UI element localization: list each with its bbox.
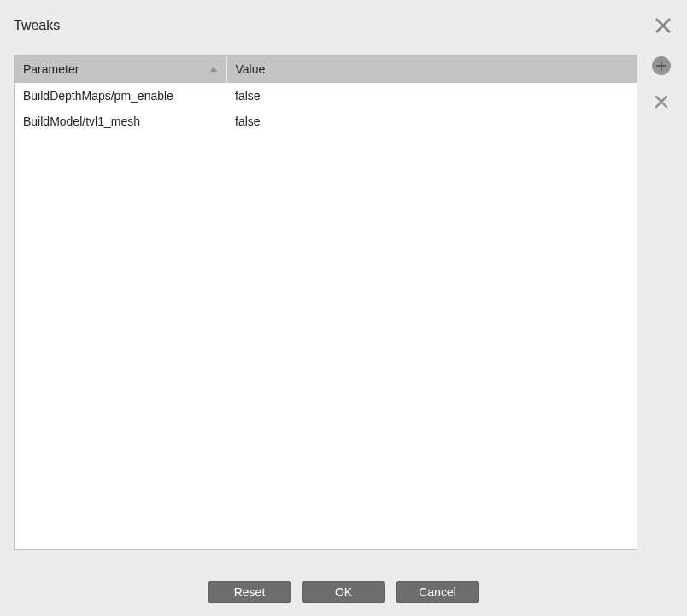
table-header-row: Parameter Value [15,56,637,83]
add-icon[interactable] [652,56,671,75]
side-action-bar [649,55,673,550]
sort-asc-icon [209,65,218,73]
column-header-value[interactable]: Value [226,56,637,83]
table-row[interactable]: BuildDepthMaps/pm_enable false [15,83,637,109]
column-label: Value [236,62,266,76]
reset-button[interactable]: Reset [208,581,291,603]
remove-icon[interactable] [652,92,671,111]
cell-value[interactable]: false [226,109,637,134]
column-label: Parameter [23,62,79,76]
tweaks-table[interactable]: Parameter Value BuildDepthMaps/pm_enable [14,55,637,550]
cell-parameter[interactable]: BuildDepthMaps/pm_enable [15,83,226,109]
cell-value[interactable]: false [226,83,637,109]
table-row[interactable]: BuildModel/tvl1_mesh false [15,109,637,134]
dialog-title: Tweaks [14,18,60,33]
cancel-button[interactable]: Cancel [396,581,479,603]
tweaks-dialog: Tweaks Parameter Value [0,0,687,616]
column-header-parameter[interactable]: Parameter [15,56,226,83]
dialog-body: Parameter Value BuildDepthMaps/pm_enable [0,44,687,550]
dialog-footer: Reset OK Cancel [0,568,687,616]
dialog-header: Tweaks [0,0,687,44]
cell-parameter[interactable]: BuildModel/tvl1_mesh [15,109,226,134]
close-icon[interactable] [653,15,673,36]
ok-button[interactable]: OK [302,581,385,603]
